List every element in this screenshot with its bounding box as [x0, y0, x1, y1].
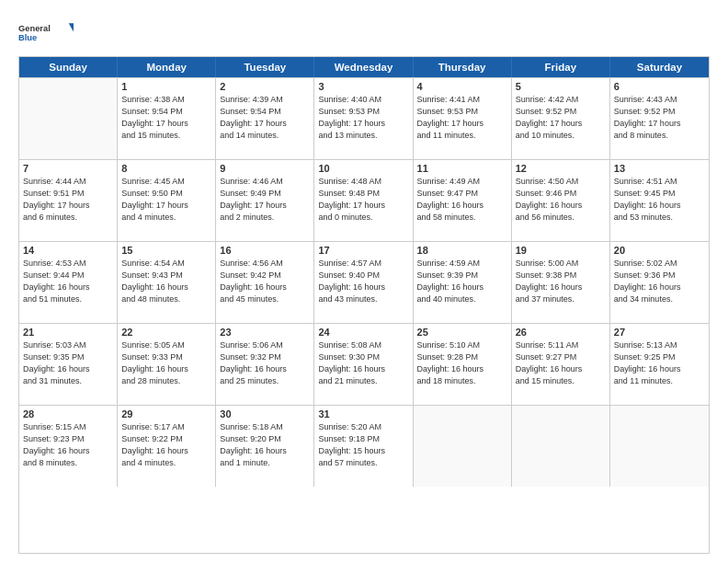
day-info: Sunrise: 4:53 AM Sunset: 9:44 PM Dayligh… — [23, 258, 113, 305]
day-number: 25 — [417, 327, 507, 338]
day-number: 10 — [318, 163, 408, 174]
cal-cell: 2Sunrise: 4:39 AM Sunset: 9:54 PM Daylig… — [216, 78, 314, 159]
day-number: 24 — [318, 327, 408, 338]
cal-cell: 20Sunrise: 5:02 AM Sunset: 9:36 PM Dayli… — [610, 242, 709, 323]
cal-header-monday: Monday — [118, 57, 216, 77]
cal-cell: 1Sunrise: 4:38 AM Sunset: 9:54 PM Daylig… — [118, 78, 216, 159]
day-number: 21 — [23, 327, 113, 338]
cal-cell: 4Sunrise: 4:41 AM Sunset: 9:53 PM Daylig… — [414, 78, 512, 159]
cal-header-friday: Friday — [512, 57, 610, 77]
day-info: Sunrise: 5:13 AM Sunset: 9:25 PM Dayligh… — [614, 339, 705, 387]
page: General Blue SundayMondayTuesdayWednesda… — [0, 0, 728, 563]
day-info: Sunrise: 5:18 AM Sunset: 9:20 PM Dayligh… — [220, 421, 310, 469]
cal-cell: 30Sunrise: 5:18 AM Sunset: 9:20 PM Dayli… — [216, 406, 314, 487]
day-number: 9 — [220, 163, 310, 174]
day-info: Sunrise: 4:40 AM Sunset: 9:53 PM Dayligh… — [318, 94, 408, 142]
cal-cell: 9Sunrise: 4:46 AM Sunset: 9:49 PM Daylig… — [216, 160, 314, 241]
day-number: 20 — [614, 245, 705, 256]
day-info: Sunrise: 4:41 AM Sunset: 9:53 PM Dayligh… — [417, 94, 507, 142]
day-info: Sunrise: 5:02 AM Sunset: 9:36 PM Dayligh… — [614, 258, 705, 305]
day-info: Sunrise: 5:15 AM Sunset: 9:23 PM Dayligh… — [23, 421, 113, 469]
calendar: SundayMondayTuesdayWednesdayThursdayFrid… — [18, 56, 710, 554]
svg-text:Blue: Blue — [18, 33, 37, 42]
day-number: 16 — [220, 245, 310, 256]
cal-cell: 17Sunrise: 4:57 AM Sunset: 9:40 PM Dayli… — [314, 242, 413, 323]
day-number: 13 — [614, 163, 705, 174]
day-number: 22 — [121, 327, 211, 338]
day-info: Sunrise: 4:50 AM Sunset: 9:46 PM Dayligh… — [516, 176, 606, 224]
day-number: 17 — [318, 245, 408, 256]
cal-cell: 21Sunrise: 5:03 AM Sunset: 9:35 PM Dayli… — [19, 324, 118, 405]
day-info: Sunrise: 5:03 AM Sunset: 9:35 PM Dayligh… — [23, 339, 113, 387]
day-info: Sunrise: 4:51 AM Sunset: 9:45 PM Dayligh… — [614, 176, 705, 224]
cal-cell: 16Sunrise: 4:56 AM Sunset: 9:42 PM Dayli… — [216, 242, 314, 323]
cal-cell — [512, 406, 610, 487]
cal-header-sunday: Sunday — [19, 57, 118, 77]
cal-header-wednesday: Wednesday — [314, 57, 413, 77]
day-info: Sunrise: 5:11 AM Sunset: 9:27 PM Dayligh… — [516, 339, 606, 387]
cal-cell: 10Sunrise: 4:48 AM Sunset: 9:48 PM Dayli… — [314, 160, 413, 241]
day-number: 26 — [516, 327, 606, 338]
cal-cell: 11Sunrise: 4:49 AM Sunset: 9:47 PM Dayli… — [414, 160, 512, 241]
svg-marker-2 — [69, 23, 74, 31]
cal-cell: 22Sunrise: 5:05 AM Sunset: 9:33 PM Dayli… — [118, 324, 216, 405]
cal-cell: 19Sunrise: 5:00 AM Sunset: 9:38 PM Dayli… — [512, 242, 610, 323]
day-number: 5 — [516, 81, 606, 92]
day-number: 6 — [614, 81, 705, 92]
day-number: 28 — [23, 408, 113, 419]
cal-header-tuesday: Tuesday — [216, 57, 314, 77]
day-number: 1 — [121, 81, 211, 92]
cal-week-1: 1Sunrise: 4:38 AM Sunset: 9:54 PM Daylig… — [19, 77, 709, 159]
header: General Blue — [18, 17, 710, 49]
day-info: Sunrise: 5:20 AM Sunset: 9:18 PM Dayligh… — [318, 421, 408, 469]
svg-text:General: General — [18, 24, 51, 33]
cal-cell: 25Sunrise: 5:10 AM Sunset: 9:28 PM Dayli… — [414, 324, 512, 405]
cal-cell: 29Sunrise: 5:17 AM Sunset: 9:22 PM Dayli… — [118, 406, 216, 487]
cal-cell: 23Sunrise: 5:06 AM Sunset: 9:32 PM Dayli… — [216, 324, 314, 405]
day-number: 29 — [121, 408, 211, 419]
day-info: Sunrise: 4:44 AM Sunset: 9:51 PM Dayligh… — [23, 176, 113, 224]
cal-cell: 26Sunrise: 5:11 AM Sunset: 9:27 PM Dayli… — [512, 324, 610, 405]
day-info: Sunrise: 4:42 AM Sunset: 9:52 PM Dayligh… — [516, 94, 606, 142]
day-info: Sunrise: 4:57 AM Sunset: 9:40 PM Dayligh… — [318, 258, 408, 305]
day-info: Sunrise: 4:56 AM Sunset: 9:42 PM Dayligh… — [220, 258, 310, 305]
cal-cell: 13Sunrise: 4:51 AM Sunset: 9:45 PM Dayli… — [610, 160, 709, 241]
day-number: 3 — [318, 81, 408, 92]
day-number: 11 — [417, 163, 507, 174]
day-number: 23 — [220, 327, 310, 338]
cal-cell: 31Sunrise: 5:20 AM Sunset: 9:18 PM Dayli… — [314, 406, 413, 487]
day-number: 4 — [417, 81, 507, 92]
cal-cell: 6Sunrise: 4:43 AM Sunset: 9:52 PM Daylig… — [610, 78, 709, 159]
cal-cell — [19, 78, 118, 159]
day-number: 15 — [121, 245, 211, 256]
day-info: Sunrise: 5:05 AM Sunset: 9:33 PM Dayligh… — [121, 339, 211, 387]
day-info: Sunrise: 5:00 AM Sunset: 9:38 PM Dayligh… — [516, 258, 606, 305]
day-number: 14 — [23, 245, 113, 256]
day-number: 12 — [516, 163, 606, 174]
cal-cell — [414, 406, 512, 487]
cal-cell: 7Sunrise: 4:44 AM Sunset: 9:51 PM Daylig… — [19, 160, 118, 241]
day-info: Sunrise: 4:46 AM Sunset: 9:49 PM Dayligh… — [220, 176, 310, 224]
cal-week-3: 14Sunrise: 4:53 AM Sunset: 9:44 PM Dayli… — [19, 241, 709, 323]
day-info: Sunrise: 5:10 AM Sunset: 9:28 PM Dayligh… — [417, 339, 507, 387]
day-info: Sunrise: 5:06 AM Sunset: 9:32 PM Dayligh… — [220, 339, 310, 387]
day-info: Sunrise: 4:49 AM Sunset: 9:47 PM Dayligh… — [417, 176, 507, 224]
day-info: Sunrise: 4:43 AM Sunset: 9:52 PM Dayligh… — [614, 94, 705, 142]
day-info: Sunrise: 4:59 AM Sunset: 9:39 PM Dayligh… — [417, 258, 507, 305]
calendar-body: 1Sunrise: 4:38 AM Sunset: 9:54 PM Daylig… — [19, 77, 709, 487]
cal-week-4: 21Sunrise: 5:03 AM Sunset: 9:35 PM Dayli… — [19, 323, 709, 405]
calendar-header-row: SundayMondayTuesdayWednesdayThursdayFrid… — [19, 57, 709, 77]
logo-svg: General Blue — [18, 17, 74, 49]
cal-header-thursday: Thursday — [414, 57, 512, 77]
day-number: 27 — [614, 327, 705, 338]
cal-cell: 5Sunrise: 4:42 AM Sunset: 9:52 PM Daylig… — [512, 78, 610, 159]
cal-cell: 8Sunrise: 4:45 AM Sunset: 9:50 PM Daylig… — [118, 160, 216, 241]
cal-cell: 27Sunrise: 5:13 AM Sunset: 9:25 PM Dayli… — [610, 324, 709, 405]
cal-week-2: 7Sunrise: 4:44 AM Sunset: 9:51 PM Daylig… — [19, 159, 709, 241]
cal-cell — [610, 406, 709, 487]
cal-cell: 12Sunrise: 4:50 AM Sunset: 9:46 PM Dayli… — [512, 160, 610, 241]
cal-cell: 18Sunrise: 4:59 AM Sunset: 9:39 PM Dayli… — [414, 242, 512, 323]
cal-week-5: 28Sunrise: 5:15 AM Sunset: 9:23 PM Dayli… — [19, 405, 709, 487]
day-number: 7 — [23, 163, 113, 174]
day-number: 18 — [417, 245, 507, 256]
